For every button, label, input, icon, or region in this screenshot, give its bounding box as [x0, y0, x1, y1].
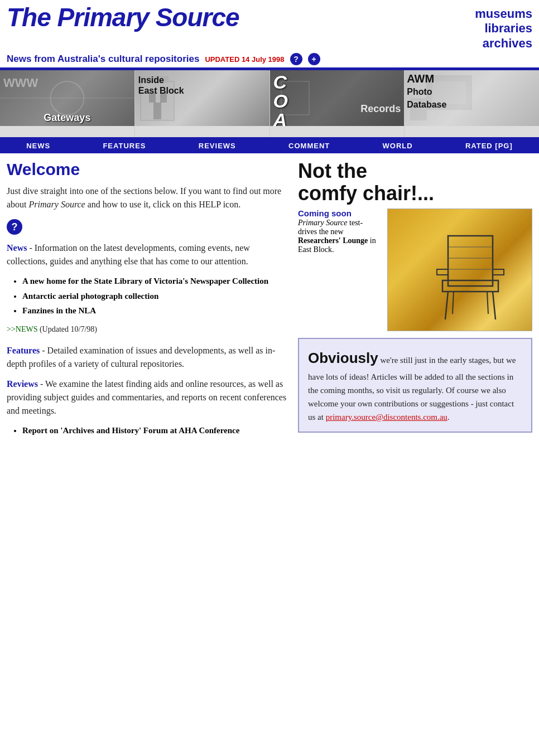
photo-database-label: PhotoDatabase: [407, 86, 446, 111]
site-title: The Primary Source: [7, 4, 239, 30]
news-updated: (Updated 10/7/98): [37, 325, 97, 333]
comfy-title: Not thecomfy chair!...: [298, 160, 532, 204]
svg-rect-7: [153, 103, 161, 119]
gateways-label: Gateways: [44, 112, 90, 124]
coal-image: COAL Records: [270, 70, 405, 126]
news-list: A new home for the State Library of Vict…: [22, 275, 289, 317]
plus-icon[interactable]: +: [308, 53, 320, 65]
mla-logo: museumslibrariesarchives: [475, 7, 532, 51]
svg-rect-8: [270, 70, 405, 126]
nav-section-gateways[interactable]: WWW Gateways: [0, 70, 135, 137]
features-heading[interactable]: Features: [7, 346, 40, 355]
eastblock-image: InsideEast Block: [135, 70, 270, 126]
coal-label: COAL: [273, 72, 288, 126]
nav-bar: NEWS FEATURES REVIEWS COMMENT WORLD RATE…: [0, 138, 539, 153]
nav-world[interactable]: WORLD: [378, 140, 417, 151]
obviously-text: Obviously we're still just in the early …: [308, 347, 522, 424]
list-item[interactable]: A new home for the State Library of Vict…: [22, 275, 289, 288]
news-link[interactable]: >>NEWS: [7, 325, 37, 333]
nav-news[interactable]: NEWS: [22, 140, 55, 151]
svg-rect-22: [493, 269, 504, 275]
tagline-row: News from Australia's cultural repositor…: [0, 53, 539, 67]
researchers-lounge: Researchers' Lounge: [298, 236, 368, 245]
list-item[interactable]: Report on 'Archives and History' Forum a…: [22, 424, 289, 437]
nav-image-strip: WWW Gateways InsideEast Block: [0, 69, 539, 138]
nav-section-coal[interactable]: COAL Records: [270, 70, 405, 137]
right-column: Not thecomfy chair!... Coming soon Prima…: [298, 160, 532, 433]
features-section-text: Features - Detailed examination of issue…: [7, 344, 289, 371]
awm-image: AWM PhotoDatabase: [405, 70, 539, 126]
nav-section-awm[interactable]: AWM PhotoDatabase: [405, 70, 539, 137]
svg-rect-15: [448, 236, 493, 286]
updated-badge: UPDATED 14 July 1998: [205, 55, 284, 64]
left-column: Welcome Just dive straight into one of t…: [7, 160, 298, 443]
nav-features[interactable]: FEATURES: [98, 140, 150, 151]
comfy-chair-section: Not thecomfy chair!... Coming soon Prima…: [298, 160, 532, 331]
nav-rated[interactable]: RATED [PG]: [461, 140, 517, 151]
reviews-section-text: Reviews - We examine the latest finding …: [7, 377, 289, 418]
nav-reviews[interactable]: REVIEWS: [194, 140, 240, 151]
news-link-row: >>NEWS (Updated 10/7/98): [7, 324, 289, 334]
reviews-heading[interactable]: Reviews: [7, 379, 38, 389]
records-label: Records: [360, 103, 401, 115]
help-icon[interactable]: ?: [290, 53, 302, 65]
coming-soon-text: Coming soon Primary Source test-drives t…: [298, 209, 382, 254]
svg-line-20: [487, 292, 488, 314]
svg-rect-21: [437, 269, 448, 275]
nav-section-eastblock[interactable]: InsideEast Block: [135, 70, 270, 137]
list-item[interactable]: Fanzines in the NLA: [22, 304, 289, 317]
coming-soon-body: Primary Source: [298, 219, 348, 227]
eastblock-label: InsideEast Block: [138, 75, 184, 96]
awm-label: AWM: [407, 72, 434, 85]
email-link[interactable]: primary.source@discontents.com.au: [326, 413, 447, 421]
main-content: Welcome Just dive straight into one of t…: [0, 153, 539, 450]
news-heading[interactable]: News: [7, 243, 27, 253]
list-item[interactable]: Antarctic aerial photograph collection: [22, 290, 289, 303]
obviously-word: Obviously: [308, 350, 378, 366]
welcome-title: Welcome: [7, 160, 289, 179]
coming-soon-label: Coming soon: [298, 209, 352, 218]
svg-line-18: [493, 292, 495, 319]
news-section-text: News - Information on the latest develop…: [7, 241, 289, 268]
page-header: The Primary Source museumslibrariesarchi…: [0, 0, 539, 53]
comfy-row: Coming soon Primary Source test-drives t…: [298, 209, 532, 331]
chair-image: [387, 209, 532, 331]
obviously-box: Obviously we're still just in the early …: [298, 338, 532, 433]
tagline: News from Australia's cultural repositor…: [7, 54, 199, 65]
help-icon-large[interactable]: ?: [7, 219, 22, 235]
svg-line-19: [453, 292, 454, 314]
gateways-image: WWW Gateways: [0, 70, 134, 126]
svg-line-17: [445, 292, 448, 319]
welcome-body: Just dive straight into one of the secti…: [7, 185, 289, 211]
svg-rect-14: [415, 225, 526, 325]
reviews-list: Report on 'Archives and History' Forum a…: [22, 424, 289, 437]
nav-comment[interactable]: COMMENT: [284, 140, 334, 151]
